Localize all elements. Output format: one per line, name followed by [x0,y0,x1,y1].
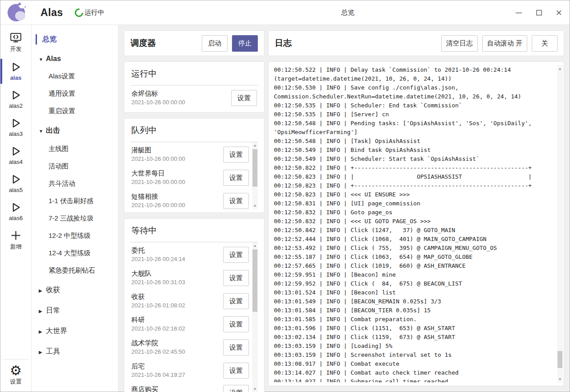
waiting-scrollbar[interactable]: ▲ ▼ [252,242,258,392]
nav-item-overview[interactable]: 总览 [32,31,118,49]
task-settings-button[interactable]: 设置 [223,385,249,392]
rail-item-alas5[interactable]: alas5 [0,171,31,196]
scroll-down-icon[interactable]: ▼ [252,386,258,392]
scrollbar-thumb[interactable] [252,249,257,312]
rail-item-alas6[interactable]: alas6 [0,199,31,224]
rail-item-label: alas4 [9,159,23,165]
pending-scrollbar[interactable]: ▲ ▼ [252,142,258,209]
log-line: 00:12:50.535 | INFO | Scheduler: End tas… [274,101,555,110]
task-row: 潜艇图设置2021-10-26 00:00:00 [130,142,250,165]
close-button[interactable]: ✕ [555,9,562,16]
task-name: 大世界每日 [131,169,221,178]
scrollbar-thumb[interactable] [252,149,257,187]
rail-item-alas[interactable]: alas [0,59,31,84]
stop-button[interactable]: 停止 [232,35,258,52]
task-row: 短猫相接设置2021-10-26 00:00:00 [130,188,250,209]
task-settings-button[interactable]: 设置 [223,170,249,186]
titlebar: Alas 运行中 总览 ✕ [0,0,570,25]
main-content: 调度器 启动 停止 运行中 余烬信标设置2021-10-26 00:00:00 … [118,25,570,392]
log-line: 00:12:50.842 | INFO | Click (1247, 37) @… [274,226,555,235]
task-settings-button[interactable]: 设置 [223,247,249,263]
pending-panel-title: 队列中 [130,124,258,142]
log-panel-header: 日志 清空日志 自动滚动 开 关 [268,30,564,56]
log-line: Commission.Scheduler.NextRun=datetime.da… [274,92,555,101]
scroll-down-icon[interactable]: ▼ [557,376,563,382]
nav-item-label: 日常 [46,306,60,314]
task-settings-button[interactable]: 设置 [223,147,249,163]
nav-item-reward-group[interactable]: ▶收获 [32,281,118,300]
maximize-icon [536,10,542,16]
rail-item-alas3[interactable]: alas3 [0,115,31,140]
log-line: 00:13:01.585 | INFO | Combat preparation… [274,315,555,324]
log-title: 日志 [275,37,437,49]
rail-item-alas4[interactable]: alas4 [0,143,31,168]
maximize-button[interactable] [535,9,542,16]
nav-item-general-settings[interactable]: 通用设置 [32,85,118,102]
scrollbar-thumb[interactable] [558,351,562,368]
scroll-up-icon[interactable]: ▲ [557,65,563,72]
log-line: 00:13:03.159 | INFO | [Loading] 5% [274,342,555,351]
nav-item-tool-group[interactable]: ▶工具 [32,342,118,361]
task-name: 收获 [131,292,221,301]
scroll-up-icon[interactable]: ▲ [252,142,258,148]
gear-icon: ⚙ [10,364,22,376]
task-name: 潜艇图 [131,146,221,155]
rail-divider [3,359,28,359]
scroll-up-icon[interactable]: ▲ [252,242,258,249]
autoscroll-off-button[interactable]: 关 [532,35,558,52]
task-settings-button[interactable]: 设置 [223,363,249,379]
start-button[interactable]: 启动 [202,35,228,52]
nav-item-7-2-trash-farm[interactable]: 7-2 三战捡垃圾 [32,210,118,227]
log-scrollbar[interactable]: ▲ ▼ [557,65,563,382]
task-settings-button[interactable]: 设置 [231,90,257,106]
minimize-button[interactable] [515,9,522,16]
nav-item-1-1-ambush-favor[interactable]: 1-1 伏击刷好感 [32,192,118,210]
rail-item-label: alas5 [9,187,23,193]
log-line: 00:13:01.596 | INFO | Click (1151, 653) … [274,324,555,333]
rail-item-settings[interactable]: ⚙ 设置 [0,362,31,388]
task-time: 2021-10-26 00:00:00 [131,98,229,107]
nav-item-label: Alas [46,55,61,62]
rail-item-label: 开发 [10,45,22,53]
nav-item-alas-group[interactable]: ▼Alas [32,50,118,68]
task-settings-button[interactable]: 设置 [223,270,249,286]
rail-item-add[interactable]: 新增 [0,227,31,253]
waiting-panel: 等待中 委托设置2021-10-26 00:24:14大舰队设置2021-10-… [124,218,265,392]
log-line: 00:12:50.823 | INFO | +-----------------… [274,181,555,190]
autoscroll-on-button[interactable]: 自动滚动 开 [482,35,527,52]
nav-item-12-4-big-leveling[interactable]: 12-4 大型练级 [32,245,118,262]
task-settings-button[interactable]: 设置 [223,293,249,309]
nav-item-12-2-mid-leveling[interactable]: 12-2 中型练级 [32,227,118,245]
rail-item-label: 新增 [10,243,22,251]
rail-item-label: alas3 [9,131,23,137]
nav-item-event-chapter[interactable]: 活动图 [32,158,118,175]
window-controls: ✕ [515,0,562,25]
clear-log-button[interactable]: 清空日志 [441,35,478,52]
rail-list: 开发alasalas2alas3alas4alas5alas6新增 [0,29,31,257]
nav-item-label: 活动图 [49,162,69,170]
scroll-down-icon[interactable]: ▼ [252,203,258,209]
task-settings-button[interactable]: 设置 [223,316,249,332]
nav-item-label: Alas设置 [49,72,75,80]
nav-item-coop-event[interactable]: 共斗活动 [32,175,118,192]
task-time: 2021-10-26 00:31:03 [131,278,221,287]
task-row: 委托设置2021-10-26 00:24:14 [130,242,250,265]
nav-item-attack-group[interactable]: ▼出击 [32,121,118,140]
nav-item-daily-group[interactable]: ▶日常 [32,301,118,320]
task-settings-button[interactable]: 设置 [223,193,249,209]
task-settings-button[interactable]: 设置 [223,339,249,355]
rail-item-label: alas2 [9,102,23,109]
nav-item-main-chapter[interactable]: 主线图 [32,140,118,158]
log-line: 00:12:50.832 | INFO | <<< UI GOTO PAGE_O… [274,217,555,226]
rail-item-alas2[interactable]: alas2 [0,87,31,112]
task-time: 2021-10-26 00:00:00 [131,201,221,209]
log-line: 00:12:50.823 | INFO | <<< UI ENSURE >>> [274,190,555,199]
nav-item-os-group[interactable]: ▶大世界 [32,322,118,341]
rail-item-dev[interactable]: 开发 [0,29,31,56]
nav-item-restart-settings[interactable]: 重启设置 [32,102,118,120]
caret-right-icon: ▶ [39,329,46,334]
nav-item-alas-settings[interactable]: Alas设置 [32,68,118,85]
nav-item-urgent-commission[interactable]: 紧急委托刷钻石 [32,262,118,279]
log-line: 00:12:50.522 | INFO | Delay task `Commis… [274,65,555,74]
app-rail: 开发alasalas2alas3alas4alas5alas6新增 ⚙ 设置 [0,25,32,392]
